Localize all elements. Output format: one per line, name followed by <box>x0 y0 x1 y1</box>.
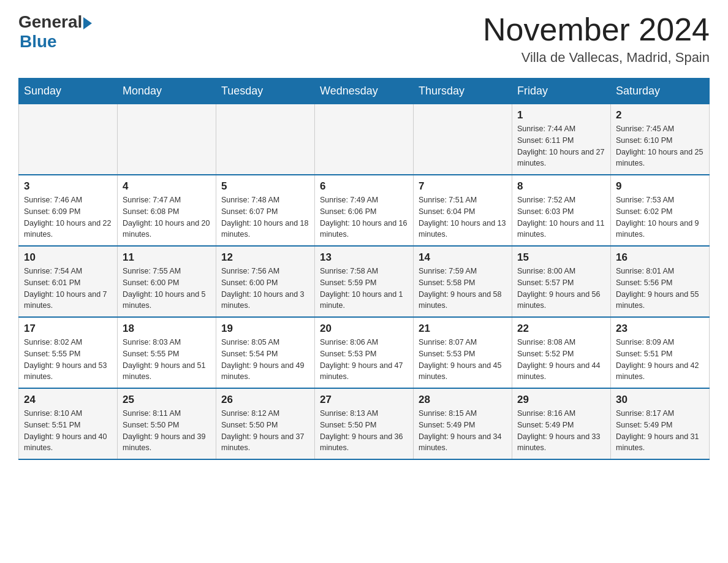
day-info: Sunrise: 8:10 AM Sunset: 5:51 PM Dayligh… <box>24 408 112 454</box>
day-number: 19 <box>221 323 309 335</box>
day-info: Sunrise: 7:52 AM Sunset: 6:03 PM Dayligh… <box>517 194 605 240</box>
day-number: 15 <box>517 251 605 264</box>
calendar-week-row: 17Sunrise: 8:02 AM Sunset: 5:55 PM Dayli… <box>19 317 710 388</box>
day-number: 21 <box>419 323 507 335</box>
day-info: Sunrise: 7:58 AM Sunset: 5:59 PM Dayligh… <box>320 266 408 312</box>
calendar-cell: 19Sunrise: 8:05 AM Sunset: 5:54 PM Dayli… <box>216 317 315 388</box>
calendar-week-row: 1Sunrise: 7:44 AM Sunset: 6:11 PM Daylig… <box>19 104 710 175</box>
day-info: Sunrise: 8:13 AM Sunset: 5:50 PM Dayligh… <box>320 408 408 454</box>
day-info: Sunrise: 8:15 AM Sunset: 5:49 PM Dayligh… <box>419 408 507 454</box>
day-number: 9 <box>616 180 704 193</box>
calendar-week-row: 10Sunrise: 7:54 AM Sunset: 6:01 PM Dayli… <box>19 246 710 317</box>
calendar-header-row: SundayMondayTuesdayWednesdayThursdayFrid… <box>19 79 710 104</box>
calendar-cell: 4Sunrise: 7:47 AM Sunset: 6:08 PM Daylig… <box>118 175 216 246</box>
calendar-cell <box>315 104 414 175</box>
day-info: Sunrise: 7:55 AM Sunset: 6:00 PM Dayligh… <box>123 266 211 312</box>
calendar-cell: 8Sunrise: 7:52 AM Sunset: 6:03 PM Daylig… <box>512 175 611 246</box>
calendar-cell: 13Sunrise: 7:58 AM Sunset: 5:59 PM Dayli… <box>315 246 414 317</box>
calendar-cell: 26Sunrise: 8:12 AM Sunset: 5:50 PM Dayli… <box>216 388 315 459</box>
calendar-cell: 29Sunrise: 8:16 AM Sunset: 5:49 PM Dayli… <box>512 388 611 459</box>
day-number: 16 <box>616 251 704 264</box>
calendar-cell: 30Sunrise: 8:17 AM Sunset: 5:49 PM Dayli… <box>611 388 710 459</box>
calendar-cell: 6Sunrise: 7:49 AM Sunset: 6:06 PM Daylig… <box>315 175 414 246</box>
day-info: Sunrise: 8:07 AM Sunset: 5:53 PM Dayligh… <box>419 337 507 383</box>
calendar-cell: 18Sunrise: 8:03 AM Sunset: 5:55 PM Dayli… <box>118 317 216 388</box>
day-number: 20 <box>320 323 408 335</box>
page-header: General Blue November 2024 Villa de Vall… <box>18 12 710 66</box>
weekday-header-saturday: Saturday <box>611 79 710 104</box>
day-number: 13 <box>320 251 408 264</box>
calendar-table: SundayMondayTuesdayWednesdayThursdayFrid… <box>18 78 710 460</box>
day-info: Sunrise: 8:09 AM Sunset: 5:51 PM Dayligh… <box>616 337 704 383</box>
day-number: 27 <box>320 394 408 406</box>
day-info: Sunrise: 8:05 AM Sunset: 5:54 PM Dayligh… <box>221 337 309 383</box>
day-number: 5 <box>221 180 309 193</box>
weekday-header-monday: Monday <box>118 79 216 104</box>
day-number: 25 <box>123 394 211 406</box>
day-number: 6 <box>320 180 408 193</box>
day-info: Sunrise: 7:56 AM Sunset: 6:00 PM Dayligh… <box>221 266 309 312</box>
calendar-cell <box>19 104 118 175</box>
calendar-cell: 10Sunrise: 7:54 AM Sunset: 6:01 PM Dayli… <box>19 246 118 317</box>
logo-arrow-icon <box>83 17 92 29</box>
calendar-cell: 16Sunrise: 8:01 AM Sunset: 5:56 PM Dayli… <box>611 246 710 317</box>
day-info: Sunrise: 7:44 AM Sunset: 6:11 PM Dayligh… <box>517 123 605 169</box>
day-info: Sunrise: 8:16 AM Sunset: 5:49 PM Dayligh… <box>517 408 605 454</box>
calendar-cell: 25Sunrise: 8:11 AM Sunset: 5:50 PM Dayli… <box>118 388 216 459</box>
day-info: Sunrise: 8:01 AM Sunset: 5:56 PM Dayligh… <box>616 266 704 312</box>
calendar-cell: 24Sunrise: 8:10 AM Sunset: 5:51 PM Dayli… <box>19 388 118 459</box>
day-info: Sunrise: 8:06 AM Sunset: 5:53 PM Dayligh… <box>320 337 408 383</box>
day-number: 10 <box>24 251 112 264</box>
calendar-cell: 11Sunrise: 7:55 AM Sunset: 6:00 PM Dayli… <box>118 246 216 317</box>
calendar-cell: 12Sunrise: 7:56 AM Sunset: 6:00 PM Dayli… <box>216 246 315 317</box>
day-number: 4 <box>123 180 211 193</box>
day-number: 24 <box>24 394 112 406</box>
day-info: Sunrise: 7:59 AM Sunset: 5:58 PM Dayligh… <box>419 266 507 312</box>
calendar-week-row: 24Sunrise: 8:10 AM Sunset: 5:51 PM Dayli… <box>19 388 710 459</box>
day-number: 26 <box>221 394 309 406</box>
day-info: Sunrise: 8:03 AM Sunset: 5:55 PM Dayligh… <box>123 337 211 383</box>
day-number: 8 <box>517 180 605 193</box>
day-number: 12 <box>221 251 309 264</box>
header-right: November 2024 Villa de Vallecas, Madrid,… <box>483 12 710 66</box>
weekday-header-friday: Friday <box>512 79 611 104</box>
day-number: 23 <box>616 323 704 335</box>
calendar-cell: 22Sunrise: 8:08 AM Sunset: 5:52 PM Dayli… <box>512 317 611 388</box>
logo: General Blue <box>18 12 92 52</box>
calendar-cell: 2Sunrise: 7:45 AM Sunset: 6:10 PM Daylig… <box>611 104 710 175</box>
calendar-cell: 5Sunrise: 7:48 AM Sunset: 6:07 PM Daylig… <box>216 175 315 246</box>
day-number: 14 <box>419 251 507 264</box>
day-info: Sunrise: 8:11 AM Sunset: 5:50 PM Dayligh… <box>123 408 211 454</box>
calendar-cell: 7Sunrise: 7:51 AM Sunset: 6:04 PM Daylig… <box>414 175 512 246</box>
month-title: November 2024 <box>483 12 710 47</box>
day-info: Sunrise: 7:54 AM Sunset: 6:01 PM Dayligh… <box>24 266 112 312</box>
calendar-cell <box>216 104 315 175</box>
calendar-cell: 9Sunrise: 7:53 AM Sunset: 6:02 PM Daylig… <box>611 175 710 246</box>
day-info: Sunrise: 8:02 AM Sunset: 5:55 PM Dayligh… <box>24 337 112 383</box>
day-number: 18 <box>123 323 211 335</box>
day-info: Sunrise: 8:17 AM Sunset: 5:49 PM Dayligh… <box>616 408 704 454</box>
day-number: 30 <box>616 394 704 406</box>
calendar-cell <box>414 104 512 175</box>
day-number: 22 <box>517 323 605 335</box>
weekday-header-tuesday: Tuesday <box>216 79 315 104</box>
weekday-header-thursday: Thursday <box>414 79 512 104</box>
day-number: 11 <box>123 251 211 264</box>
day-number: 29 <box>517 394 605 406</box>
location-subtitle: Villa de Vallecas, Madrid, Spain <box>483 50 710 66</box>
calendar-cell: 20Sunrise: 8:06 AM Sunset: 5:53 PM Dayli… <box>315 317 414 388</box>
day-number: 7 <box>419 180 507 193</box>
calendar-cell: 21Sunrise: 8:07 AM Sunset: 5:53 PM Dayli… <box>414 317 512 388</box>
logo-general-text: General <box>18 12 82 32</box>
day-info: Sunrise: 7:49 AM Sunset: 6:06 PM Dayligh… <box>320 194 408 240</box>
calendar-cell: 17Sunrise: 8:02 AM Sunset: 5:55 PM Dayli… <box>19 317 118 388</box>
calendar-cell <box>118 104 216 175</box>
calendar-cell: 28Sunrise: 8:15 AM Sunset: 5:49 PM Dayli… <box>414 388 512 459</box>
day-info: Sunrise: 7:51 AM Sunset: 6:04 PM Dayligh… <box>419 194 507 240</box>
calendar-week-row: 3Sunrise: 7:46 AM Sunset: 6:09 PM Daylig… <box>19 175 710 246</box>
day-info: Sunrise: 7:46 AM Sunset: 6:09 PM Dayligh… <box>24 194 112 240</box>
calendar-cell: 14Sunrise: 7:59 AM Sunset: 5:58 PM Dayli… <box>414 246 512 317</box>
weekday-header-sunday: Sunday <box>19 79 118 104</box>
day-info: Sunrise: 8:12 AM Sunset: 5:50 PM Dayligh… <box>221 408 309 454</box>
calendar-cell: 27Sunrise: 8:13 AM Sunset: 5:50 PM Dayli… <box>315 388 414 459</box>
